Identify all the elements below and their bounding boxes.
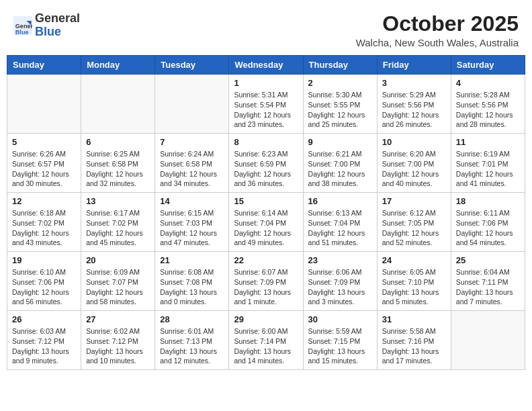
calendar-cell: 7Sunrise: 6:24 AMSunset: 6:58 PMDaylight… (155, 134, 229, 193)
calendar-cell: 8Sunrise: 6:23 AMSunset: 6:59 PMDaylight… (229, 134, 303, 193)
week-row-4: 19Sunrise: 6:10 AMSunset: 7:06 PMDayligh… (7, 252, 525, 311)
day-number: 15 (234, 196, 298, 206)
week-row-3: 12Sunrise: 6:18 AMSunset: 7:02 PMDayligh… (7, 193, 525, 252)
day-number: 8 (234, 137, 298, 147)
day-number: 26 (12, 314, 76, 324)
calendar-cell: 29Sunrise: 6:00 AMSunset: 7:14 PMDayligh… (229, 311, 303, 370)
calendar-cell: 26Sunrise: 6:03 AMSunset: 7:12 PMDayligh… (7, 311, 81, 370)
weekday-header-sunday: Sunday (7, 56, 81, 75)
day-info: Sunrise: 5:29 AMSunset: 5:56 PMDaylight:… (382, 90, 446, 130)
weekday-header-saturday: Saturday (451, 56, 525, 75)
day-info: Sunrise: 6:12 AMSunset: 7:05 PMDaylight:… (382, 208, 446, 248)
calendar-cell: 17Sunrise: 6:12 AMSunset: 7:05 PMDayligh… (377, 193, 451, 252)
day-number: 3 (382, 78, 446, 88)
day-number: 9 (308, 137, 372, 147)
day-info: Sunrise: 6:26 AMSunset: 6:57 PMDaylight:… (12, 149, 76, 189)
day-number: 25 (456, 255, 520, 265)
day-info: Sunrise: 6:14 AMSunset: 7:04 PMDaylight:… (234, 208, 298, 248)
month-title: October 2025 (356, 12, 519, 36)
day-info: Sunrise: 6:23 AMSunset: 6:59 PMDaylight:… (234, 149, 298, 189)
day-number: 20 (86, 255, 150, 265)
calendar-cell: 12Sunrise: 6:18 AMSunset: 7:02 PMDayligh… (7, 193, 81, 252)
calendar-cell: 21Sunrise: 6:08 AMSunset: 7:08 PMDayligh… (155, 252, 229, 311)
calendar-cell: 9Sunrise: 6:21 AMSunset: 7:00 PMDaylight… (303, 134, 377, 193)
day-info: Sunrise: 6:06 AMSunset: 7:09 PMDaylight:… (308, 267, 372, 307)
location: Walcha, New South Wales, Australia (356, 37, 519, 48)
day-info: Sunrise: 6:03 AMSunset: 7:12 PMDaylight:… (12, 326, 76, 366)
day-number: 27 (86, 314, 150, 324)
day-info: Sunrise: 6:20 AMSunset: 7:00 PMDaylight:… (382, 149, 446, 189)
calendar-cell (7, 75, 81, 134)
day-number: 21 (160, 255, 224, 265)
logo-icon: General Blue (13, 16, 32, 35)
day-number: 10 (382, 137, 446, 147)
day-number: 19 (12, 255, 76, 265)
day-info: Sunrise: 5:28 AMSunset: 5:56 PMDaylight:… (456, 90, 520, 130)
svg-text:Blue: Blue (15, 28, 29, 34)
weekday-header-wednesday: Wednesday (229, 56, 303, 75)
day-info: Sunrise: 6:09 AMSunset: 7:07 PMDaylight:… (86, 267, 150, 307)
day-info: Sunrise: 6:15 AMSunset: 7:03 PMDaylight:… (160, 208, 224, 248)
calendar-table: SundayMondayTuesdayWednesdayThursdayFrid… (7, 55, 525, 370)
day-info: Sunrise: 6:00 AMSunset: 7:14 PMDaylight:… (234, 326, 298, 366)
calendar-cell: 14Sunrise: 6:15 AMSunset: 7:03 PMDayligh… (155, 193, 229, 252)
calendar-cell: 25Sunrise: 6:04 AMSunset: 7:11 PMDayligh… (451, 252, 525, 311)
day-info: Sunrise: 6:02 AMSunset: 7:12 PMDaylight:… (86, 326, 150, 366)
calendar-cell: 22Sunrise: 6:07 AMSunset: 7:09 PMDayligh… (229, 252, 303, 311)
logo-blue-text: Blue (35, 25, 61, 38)
day-number: 14 (160, 196, 224, 206)
day-info: Sunrise: 6:25 AMSunset: 6:58 PMDaylight:… (86, 149, 150, 189)
day-number: 30 (308, 314, 372, 324)
calendar-cell: 6Sunrise: 6:25 AMSunset: 6:58 PMDaylight… (81, 134, 155, 193)
weekday-header-row: SundayMondayTuesdayWednesdayThursdayFrid… (7, 56, 525, 75)
day-number: 18 (456, 196, 520, 206)
day-info: Sunrise: 6:11 AMSunset: 7:06 PMDaylight:… (456, 208, 520, 248)
calendar-cell: 1Sunrise: 5:31 AMSunset: 5:54 PMDaylight… (229, 75, 303, 134)
day-number: 22 (234, 255, 298, 265)
day-info: Sunrise: 5:59 AMSunset: 7:15 PMDaylight:… (308, 326, 372, 366)
week-row-2: 5Sunrise: 6:26 AMSunset: 6:57 PMDaylight… (7, 134, 525, 193)
day-number: 6 (86, 137, 150, 147)
day-info: Sunrise: 6:19 AMSunset: 7:01 PMDaylight:… (456, 149, 520, 189)
day-info: Sunrise: 5:30 AMSunset: 5:55 PMDaylight:… (308, 90, 372, 130)
day-number: 23 (308, 255, 372, 265)
calendar-cell: 20Sunrise: 6:09 AMSunset: 7:07 PMDayligh… (81, 252, 155, 311)
calendar-cell (451, 311, 525, 370)
day-info: Sunrise: 6:21 AMSunset: 7:00 PMDaylight:… (308, 149, 372, 189)
day-number: 7 (160, 137, 224, 147)
week-row-1: 1Sunrise: 5:31 AMSunset: 5:54 PMDaylight… (7, 75, 525, 134)
weekday-header-friday: Friday (377, 56, 451, 75)
week-row-5: 26Sunrise: 6:03 AMSunset: 7:12 PMDayligh… (7, 311, 525, 370)
day-info: Sunrise: 6:18 AMSunset: 7:02 PMDaylight:… (12, 208, 76, 248)
day-number: 5 (12, 137, 76, 147)
day-info: Sunrise: 6:17 AMSunset: 7:02 PMDaylight:… (86, 208, 150, 248)
day-number: 17 (382, 196, 446, 206)
day-number: 1 (234, 78, 298, 88)
day-info: Sunrise: 6:05 AMSunset: 7:10 PMDaylight:… (382, 267, 446, 307)
day-number: 28 (160, 314, 224, 324)
day-number: 11 (456, 137, 520, 147)
calendar-cell: 27Sunrise: 6:02 AMSunset: 7:12 PMDayligh… (81, 311, 155, 370)
calendar-cell (81, 75, 155, 134)
page-container: General Blue General Blue October 2025 W… (7, 7, 525, 370)
calendar-cell: 31Sunrise: 5:58 AMSunset: 7:16 PMDayligh… (377, 311, 451, 370)
day-number: 13 (86, 196, 150, 206)
day-number: 16 (308, 196, 372, 206)
calendar-cell (155, 75, 229, 134)
calendar-cell: 18Sunrise: 6:11 AMSunset: 7:06 PMDayligh… (451, 193, 525, 252)
weekday-header-tuesday: Tuesday (155, 56, 229, 75)
calendar-cell: 15Sunrise: 6:14 AMSunset: 7:04 PMDayligh… (229, 193, 303, 252)
day-number: 29 (234, 314, 298, 324)
logo-general-text: General (35, 11, 80, 25)
logo: General Blue General Blue (13, 12, 80, 39)
calendar-cell: 19Sunrise: 6:10 AMSunset: 7:06 PMDayligh… (7, 252, 81, 311)
calendar-cell: 2Sunrise: 5:30 AMSunset: 5:55 PMDaylight… (303, 75, 377, 134)
day-number: 2 (308, 78, 372, 88)
calendar-cell: 5Sunrise: 6:26 AMSunset: 6:57 PMDaylight… (7, 134, 81, 193)
header: General Blue General Blue October 2025 W… (7, 7, 525, 52)
weekday-header-thursday: Thursday (303, 56, 377, 75)
calendar-cell: 11Sunrise: 6:19 AMSunset: 7:01 PMDayligh… (451, 134, 525, 193)
day-number: 24 (382, 255, 446, 265)
calendar-cell: 28Sunrise: 6:01 AMSunset: 7:13 PMDayligh… (155, 311, 229, 370)
day-number: 31 (382, 314, 446, 324)
